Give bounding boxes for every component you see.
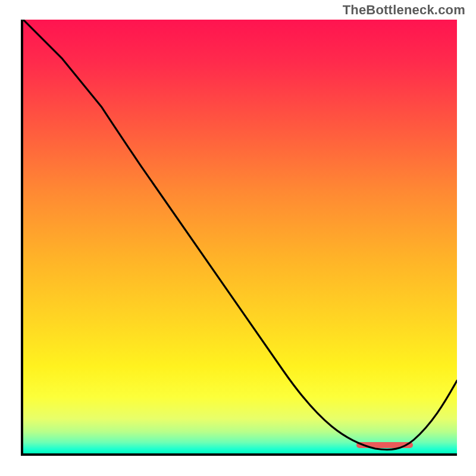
chart-frame: TheBottleneck.com bbox=[0, 0, 476, 476]
curve-svg bbox=[23, 20, 457, 453]
watermark-text: TheBottleneck.com bbox=[343, 2, 465, 18]
bottleneck-curve bbox=[23, 20, 457, 450]
plot-area bbox=[21, 20, 457, 456]
